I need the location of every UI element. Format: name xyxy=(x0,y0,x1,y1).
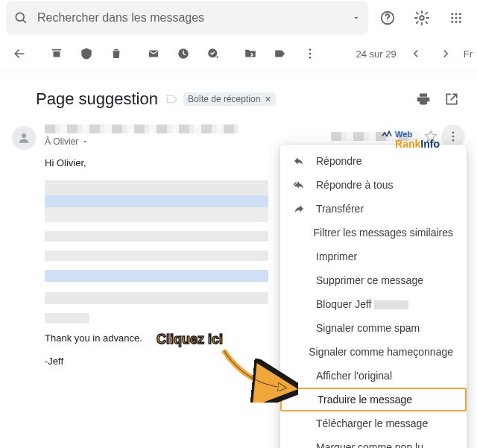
mark-unread-button[interactable] xyxy=(139,39,168,69)
search-options-dropdown-icon[interactable] xyxy=(352,13,361,22)
svg-point-4 xyxy=(420,16,424,20)
subject-title: Page suggestion xyxy=(36,89,158,109)
body-redacted-block xyxy=(45,180,268,222)
annotation-arrow xyxy=(216,343,298,403)
menu-filter-similar[interactable]: Filtrer les messages similaires xyxy=(280,221,467,244)
menu-mark-unread[interactable]: Marquer comme non lu xyxy=(280,435,467,448)
message-counter: 24 sur 29 xyxy=(356,48,397,60)
search-placeholder: Rechercher dans les messages xyxy=(37,11,352,25)
snooze-button[interactable] xyxy=(168,39,198,69)
svg-point-10 xyxy=(459,17,461,19)
inbox-chip-remove-icon[interactable]: ✕ xyxy=(265,95,271,104)
apps-grid-icon[interactable] xyxy=(441,3,471,33)
menu-reply-all[interactable]: Répondre à tous xyxy=(280,173,467,197)
report-spam-button[interactable] xyxy=(72,39,101,69)
delete-button[interactable] xyxy=(101,39,131,69)
svg-line-1 xyxy=(23,20,26,23)
menu-download-message[interactable]: Télécharger le message xyxy=(280,411,467,435)
inbox-chip[interactable]: Boîte de réception ✕ xyxy=(183,92,276,106)
svg-point-6 xyxy=(455,13,458,15)
svg-point-20 xyxy=(452,131,455,133)
body-redacted-block xyxy=(45,231,268,261)
svg-point-13 xyxy=(459,21,461,23)
svg-point-19 xyxy=(22,133,26,138)
search-icon xyxy=(13,10,28,25)
settings-gear-icon[interactable] xyxy=(407,3,437,33)
menu-print[interactable]: Imprimer xyxy=(280,244,467,268)
menu-report-phishing[interactable]: Signaler comme hameçonnage xyxy=(280,340,467,364)
annotation-callout: Cliquez ici xyxy=(157,332,223,347)
open-new-window-button[interactable] xyxy=(438,86,465,113)
svg-point-9 xyxy=(455,17,458,19)
chevron-down-icon xyxy=(81,138,89,145)
add-to-tasks-button[interactable] xyxy=(198,39,228,69)
labels-button[interactable] xyxy=(265,39,295,69)
svg-point-16 xyxy=(309,48,312,51)
back-arrow-button[interactable] xyxy=(4,39,34,69)
watermark-webrankinfo: Web RankInfo xyxy=(395,130,440,149)
older-button[interactable] xyxy=(401,39,431,69)
menu-show-original[interactable]: Afficher l'original xyxy=(280,364,467,388)
svg-point-22 xyxy=(452,139,455,142)
svg-point-17 xyxy=(309,53,312,55)
print-button[interactable] xyxy=(410,86,437,113)
svg-point-8 xyxy=(451,17,453,19)
message-context-menu: Répondre Répondre à tous Transférer Filt… xyxy=(280,145,467,448)
menu-forward[interactable]: Transférer xyxy=(280,197,467,221)
svg-point-0 xyxy=(16,13,24,21)
svg-point-11 xyxy=(451,21,453,23)
sender-name-redacted xyxy=(45,124,238,133)
inbox-chip-label: Boîte de réception xyxy=(188,94,260,104)
body-redacted-block xyxy=(45,313,89,324)
body-redacted-block xyxy=(45,270,268,304)
input-language-indicator[interactable]: Fr xyxy=(464,48,473,60)
svg-point-5 xyxy=(451,13,453,15)
svg-point-3 xyxy=(387,21,388,22)
menu-block-sender[interactable]: Bloquer Jeff xyxy=(280,292,467,316)
newer-button[interactable] xyxy=(431,39,461,69)
svg-point-18 xyxy=(309,57,312,59)
menu-delete-message[interactable]: Supprimer ce message xyxy=(280,268,467,292)
search-bar[interactable]: Rechercher dans les messages xyxy=(6,1,368,35)
move-to-button[interactable] xyxy=(236,39,265,69)
reply-icon xyxy=(292,155,306,167)
menu-translate-message[interactable]: Traduire le message xyxy=(280,388,467,411)
label-outline-icon xyxy=(165,92,179,106)
svg-point-12 xyxy=(455,21,458,23)
svg-point-7 xyxy=(459,13,461,15)
menu-report-spam[interactable]: Signaler comme spam xyxy=(280,316,467,340)
archive-button[interactable] xyxy=(42,39,72,69)
more-actions-button[interactable] xyxy=(295,39,325,69)
menu-reply[interactable]: Répondre xyxy=(280,149,467,173)
svg-point-21 xyxy=(452,136,455,138)
block-sender-name-redacted xyxy=(374,300,408,309)
sender-avatar xyxy=(12,126,36,150)
help-icon[interactable] xyxy=(373,3,402,33)
forward-icon xyxy=(292,203,306,215)
reply-all-icon xyxy=(292,179,306,191)
